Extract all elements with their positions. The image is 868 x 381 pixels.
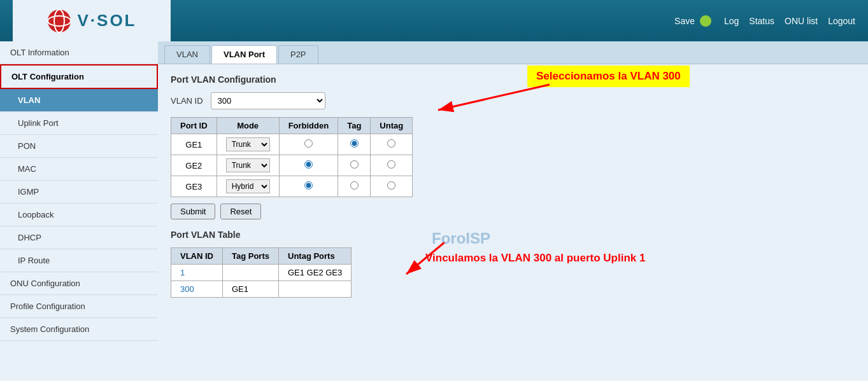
port-ge2: GE2 (171, 155, 217, 176)
forbidden-radio-ge3[interactable] (304, 181, 313, 190)
sidebar-item-onu-configuration[interactable]: ONU Configuration (0, 272, 158, 295)
mode-ge1: Trunk Access Hybrid (217, 134, 279, 155)
tag-ge1 (338, 134, 371, 155)
untag-ge2 (371, 155, 413, 176)
status-link[interactable]: Status (749, 16, 774, 26)
port-ge1: GE1 (171, 134, 217, 155)
port-ge3: GE3 (171, 176, 217, 197)
sidebar-item-mac[interactable]: MAC (0, 158, 158, 181)
forbidden-ge1 (279, 134, 338, 155)
sidebar-item-vlan[interactable]: VLAN (0, 89, 158, 112)
content-area: VLAN VLAN Port P2P Port VLAN Configurati… (158, 41, 868, 381)
svg-line-6 (406, 242, 445, 274)
col-untag: Untag (371, 118, 413, 134)
reset-button[interactable]: Reset (220, 204, 261, 219)
sidebar-item-loopback[interactable]: Loopback (0, 204, 158, 226)
col-tag: Tag (338, 118, 371, 134)
sidebar: OLT Information OLT Configuration VLAN U… (0, 41, 158, 381)
onu-list-link[interactable]: ONU list (785, 16, 818, 26)
untag-ge1 (371, 134, 413, 155)
sidebar-item-system-configuration[interactable]: System Configuration (0, 318, 158, 341)
logo-text: V·SOL (77, 11, 136, 31)
mode-ge3: Hybrid Access Trunk (217, 176, 279, 197)
tag-radio-ge2[interactable] (350, 160, 359, 169)
col-port-id: Port ID (171, 118, 217, 134)
sidebar-item-pon[interactable]: PON (0, 135, 158, 158)
vlan-row2-tag: GE1 (223, 281, 279, 298)
page-content: Port VLAN Configuration VLAN ID 300 1 Po… (158, 64, 868, 308)
header-links: Log Status ONU list Logout (724, 16, 855, 26)
vlan-row1-id: 1 (171, 265, 223, 281)
forbidden-ge3 (279, 176, 338, 197)
port-vlan-config-title: Port VLAN Configuration (171, 74, 855, 85)
annotation-bottom: Vinculamos la VLAN 300 al puerto Uplink … (425, 252, 645, 265)
vlan-row1-untag: GE1 GE2 GE3 (279, 265, 352, 281)
vlan-row2-untag (279, 281, 352, 298)
col-forbidden: Forbidden (279, 118, 338, 134)
log-link[interactable]: Log (724, 16, 739, 26)
sidebar-item-olt-configuration[interactable]: OLT Configuration (0, 64, 158, 89)
mode-select-ge1[interactable]: Trunk Access Hybrid (226, 137, 270, 151)
vlan-id-label: VLAN ID (171, 96, 203, 106)
untag-radio-ge2[interactable] (387, 160, 395, 169)
header-right: Save Log Status ONU list Logout (674, 15, 855, 27)
vlan-col-id: VLAN ID (171, 248, 223, 265)
vlan-table-row: 300 GE1 (171, 281, 352, 298)
save-area: Save (674, 15, 711, 27)
sidebar-item-dhcp[interactable]: DHCP (0, 226, 158, 249)
forbidden-radio-ge1[interactable] (304, 139, 313, 148)
mode-ge2: Trunk Access Hybrid (217, 155, 279, 176)
tag-ge3 (338, 176, 371, 197)
table-row: GE3 Hybrid Access Trunk (171, 176, 413, 197)
table-row: GE2 Trunk Access Hybrid (171, 155, 413, 176)
vsol-logo-icon (46, 8, 72, 34)
sidebar-item-profile-configuration[interactable]: Profile Configuration (0, 295, 158, 318)
vlan-col-untag: Untag Ports (279, 248, 352, 265)
sidebar-item-ip-route[interactable]: IP Route (0, 249, 158, 272)
forbidden-ge2 (279, 155, 338, 176)
form-buttons: Submit Reset (171, 204, 855, 219)
header: V·SOL Save Log Status ONU list Logout (0, 0, 868, 41)
untag-radio-ge1[interactable] (387, 139, 395, 148)
tag-ge2 (338, 155, 371, 176)
vlan-col-tag: Tag Ports (223, 248, 279, 265)
vlan-summary-table: VLAN ID Tag Ports Untag Ports 1 GE1 GE2 … (171, 247, 352, 298)
vlan-row1-tag (223, 265, 279, 281)
mode-select-ge3[interactable]: Hybrid Access Trunk (226, 179, 270, 193)
tag-radio-ge3[interactable] (350, 181, 359, 190)
logo-area: V·SOL (13, 0, 171, 41)
sidebar-item-uplink-port[interactable]: Uplink Port (0, 112, 158, 135)
submit-button[interactable]: Submit (171, 204, 215, 219)
sidebar-item-olt-information[interactable]: OLT Information (0, 41, 158, 64)
vlan-id-select[interactable]: 300 1 (211, 92, 325, 109)
vlan-table-title: Port VLAN Table (171, 230, 855, 240)
save-label[interactable]: Save (674, 16, 695, 26)
vlan-table-row: 1 GE1 GE2 GE3 (171, 265, 352, 281)
logout-link[interactable]: Logout (828, 16, 855, 26)
arrow-bottom (394, 236, 470, 281)
svg-point-1 (54, 10, 64, 32)
tab-vlan-port[interactable]: VLAN Port (211, 45, 277, 64)
tab-p2p[interactable]: P2P (278, 45, 318, 64)
status-dot (700, 15, 711, 27)
tag-radio-ge1[interactable] (350, 139, 359, 148)
vlan-id-row: VLAN ID 300 1 (171, 92, 855, 109)
untag-ge3 (371, 176, 413, 197)
port-vlan-table: Port ID Mode Forbidden Tag Untag GE1 Tru… (171, 117, 413, 197)
main-layout: OLT Information OLT Configuration VLAN U… (0, 41, 868, 381)
untag-radio-ge3[interactable] (387, 181, 395, 190)
table-row: GE1 Trunk Access Hybrid (171, 134, 413, 155)
tab-vlan[interactable]: VLAN (164, 45, 210, 64)
forbidden-radio-ge2[interactable] (304, 160, 313, 169)
mode-select-ge2[interactable]: Trunk Access Hybrid (226, 158, 270, 172)
col-mode: Mode (217, 118, 279, 134)
vlan-row2-id: 300 (171, 281, 223, 298)
sidebar-item-igmp[interactable]: IGMP (0, 181, 158, 204)
tabs-bar: VLAN VLAN Port P2P (158, 41, 868, 64)
